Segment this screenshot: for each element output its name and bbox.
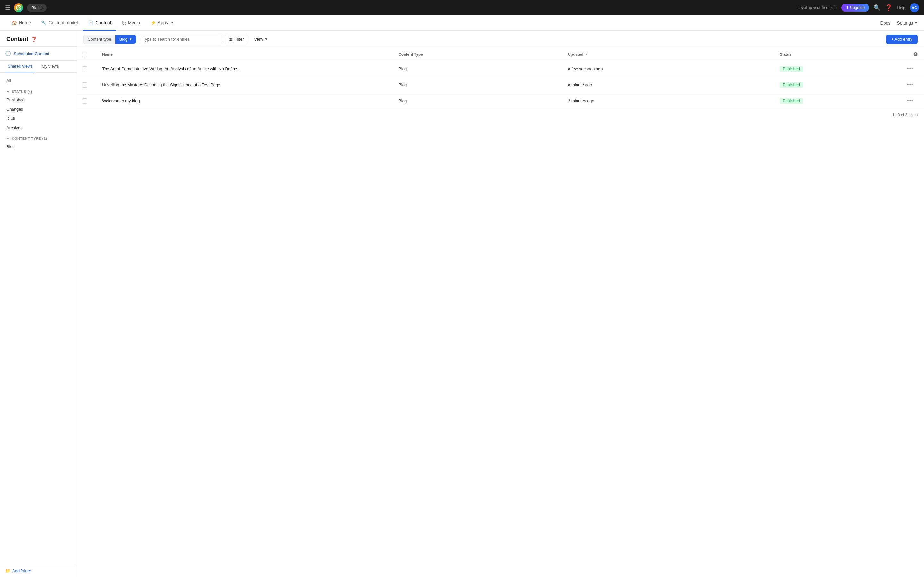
- search-input[interactable]: [143, 37, 218, 42]
- row-actions-cell: •••: [901, 61, 924, 77]
- entry-1-more-button[interactable]: •••: [907, 65, 914, 72]
- row-updated-cell: 2 minutes ago: [563, 93, 774, 109]
- folder-add-icon: 📁: [5, 568, 10, 573]
- help-label[interactable]: Help: [897, 5, 905, 10]
- filter-label: Filter: [234, 37, 244, 42]
- content-type-group-label: CONTENT TYPE (1): [11, 137, 47, 140]
- search-box[interactable]: [139, 35, 222, 44]
- row-status-cell: Published: [774, 77, 901, 93]
- hamburger-icon[interactable]: ☰: [5, 4, 10, 11]
- docs-link[interactable]: Docs: [880, 21, 891, 26]
- updated-header-label: Updated: [568, 52, 583, 57]
- nav-media[interactable]: 🖼 Media: [116, 15, 145, 31]
- sort-icon: ▼: [585, 53, 588, 56]
- table-header: Name Content Type Updated ▼ Stat: [77, 48, 924, 61]
- status-group-label: STATUS (4): [11, 90, 32, 93]
- sidebar-item-blog[interactable]: Blog: [3, 142, 74, 151]
- table-settings-icon[interactable]: ⚙: [913, 52, 918, 57]
- nav-apps[interactable]: ⚡ Apps ▼: [145, 15, 179, 31]
- select-all-checkbox[interactable]: [82, 52, 87, 57]
- wrench-icon: 🔧: [41, 20, 47, 25]
- row-2-checkbox[interactable]: [82, 82, 87, 87]
- row-3-checkbox[interactable]: [82, 98, 87, 103]
- sidebar-footer: 📁 Add folder: [0, 564, 77, 577]
- workspace-name[interactable]: Blank: [27, 4, 47, 11]
- nav-content-model-label: Content model: [48, 20, 78, 25]
- content-type-chevron-icon: ▼: [6, 137, 10, 140]
- sidebar-item-published[interactable]: Published: [3, 95, 74, 104]
- entry-2-more-button[interactable]: •••: [907, 81, 914, 88]
- add-entry-button[interactable]: + Add entry: [886, 35, 918, 44]
- topbar-right: Level up your free plan ⬆ Upgrade 🔍 ❓ He…: [798, 3, 919, 12]
- content-type-group-header[interactable]: ▼ CONTENT TYPE (1): [3, 135, 74, 142]
- nav-content[interactable]: 📄 Content: [83, 15, 116, 31]
- row-actions-cell: •••: [901, 93, 924, 109]
- row-1-checkbox[interactable]: [82, 66, 87, 71]
- apps-icon: ⚡: [150, 20, 156, 25]
- pagination: 1 - 3 of 3 items: [77, 109, 924, 121]
- updated-column-header[interactable]: Updated ▼: [563, 48, 774, 61]
- row-content-type-cell: Blog: [393, 61, 563, 77]
- entry-1-status-badge: Published: [780, 66, 803, 72]
- scheduled-content-label: Scheduled Content: [14, 51, 49, 56]
- sidebar-all-item[interactable]: All: [3, 77, 74, 85]
- secnav-left: 🏠 Home 🔧 Content model 📄 Content 🖼 Media…: [6, 15, 179, 31]
- row-updated-cell: a few seconds ago: [563, 61, 774, 77]
- view-button[interactable]: View ▼: [250, 35, 272, 44]
- scheduled-section: 🕐 Scheduled Content: [0, 47, 77, 61]
- entries-table: Name Content Type Updated ▼ Stat: [77, 48, 924, 109]
- sidebar: Content ❓ 🕐 Scheduled Content Shared vie…: [0, 31, 77, 577]
- view-label: View: [254, 37, 263, 42]
- content-icon: 📄: [88, 20, 94, 25]
- row-actions-cell: •••: [901, 77, 924, 93]
- nav-content-model[interactable]: 🔧 Content model: [36, 15, 83, 31]
- content-help-icon[interactable]: ❓: [31, 36, 37, 42]
- entry-2-content-type: Blog: [399, 82, 407, 87]
- sidebar-item-draft[interactable]: Draft: [3, 114, 74, 123]
- status-header-label: Status: [780, 52, 792, 57]
- filter-button[interactable]: ▦ Filter: [225, 35, 248, 44]
- upgrade-button[interactable]: ⬆ Upgrade: [841, 4, 869, 11]
- actions-column-header: ⚙: [901, 48, 924, 61]
- row-checkbox-cell: [77, 61, 97, 77]
- add-folder-button[interactable]: 📁 Add folder: [5, 568, 71, 573]
- entry-2-name[interactable]: Unveiling the Mystery: Decoding the Sign…: [102, 82, 220, 87]
- entry-2-updated: a minute ago: [568, 82, 592, 87]
- row-checkbox-cell: [77, 93, 97, 109]
- content-type-value[interactable]: Blog ▼: [115, 35, 136, 44]
- topbar-left: ☰ Blank: [5, 3, 47, 12]
- sidebar-item-archived[interactable]: Archived: [3, 123, 74, 132]
- settings-chevron-icon: ▼: [914, 21, 918, 25]
- row-name-cell: Unveiling the Mystery: Decoding the Sign…: [97, 77, 393, 93]
- avatar[interactable]: AC: [910, 3, 919, 12]
- content-type-chevron-icon: ▼: [129, 37, 132, 41]
- clock-icon: 🕐: [5, 51, 11, 56]
- status-column-header: Status: [774, 48, 901, 61]
- updated-sort[interactable]: Updated ▼: [568, 52, 769, 57]
- status-group-header[interactable]: ▼ STATUS (4): [3, 88, 74, 95]
- secnav-right: Docs Settings ▼: [880, 21, 918, 26]
- search-icon[interactable]: 🔍: [874, 4, 881, 11]
- page-title: Content: [6, 36, 28, 43]
- toolbar: Content type Blog ▼ ▦ Filter View ▼: [77, 31, 924, 48]
- my-views-tab[interactable]: My views: [39, 61, 61, 73]
- content-type-filter-label: Content type: [83, 35, 115, 44]
- content-area: Content type Blog ▼ ▦ Filter View ▼: [77, 31, 924, 577]
- toolbar-left: Content type Blog ▼ ▦ Filter View ▼: [83, 35, 271, 44]
- nav-home[interactable]: 🏠 Home: [6, 15, 36, 31]
- shared-views-tab[interactable]: Shared views: [5, 61, 35, 73]
- entry-3-updated: 2 minutes ago: [568, 98, 594, 103]
- topbar: ☰ Blank Level up your free plan ⬆ Upgrad…: [0, 0, 924, 15]
- row-checkbox-cell: [77, 77, 97, 93]
- entry-3-more-button[interactable]: •••: [907, 97, 914, 104]
- scheduled-content-link[interactable]: 🕐 Scheduled Content: [5, 51, 71, 56]
- entry-3-name[interactable]: Welcome to my blog: [102, 98, 140, 103]
- content-type-column-header: Content Type: [393, 48, 563, 61]
- apps-chevron-icon: ▼: [171, 21, 174, 24]
- table-container: Name Content Type Updated ▼ Stat: [77, 48, 924, 577]
- settings-link[interactable]: Settings ▼: [897, 21, 918, 26]
- nav-apps-label: Apps: [158, 20, 168, 25]
- help-icon[interactable]: ❓: [885, 4, 892, 11]
- entry-1-name[interactable]: The Art of Demonstrative Writing: An Ana…: [102, 66, 241, 71]
- sidebar-item-changed[interactable]: Changed: [3, 105, 74, 113]
